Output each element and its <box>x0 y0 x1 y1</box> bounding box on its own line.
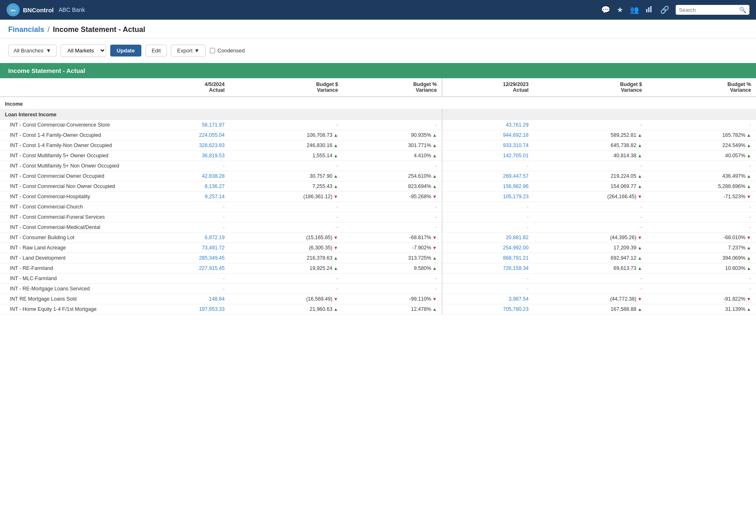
budget-var-1-cell: (16,569.49) ▼ <box>229 294 343 304</box>
up-arrow-icon: ▲ <box>432 307 437 312</box>
col-budget-var-1: Budget $ Variance <box>229 78 343 97</box>
condensed-label: Condensed <box>210 48 245 54</box>
row-label: INT - Const Multifamily 5+ Non Onwer Occ… <box>0 161 139 171</box>
actual-1-cell: 73,491.72 <box>139 243 229 253</box>
breadcrumb: Financials / Income Statement - Actual <box>8 25 748 34</box>
actual-1-cell: - <box>139 222 229 233</box>
budget-pct-2-cell: - <box>647 202 756 212</box>
actual-1-cell: 224,055.04 <box>139 130 229 140</box>
actual-2-cell: 3,987.54 <box>442 294 534 304</box>
budget-var-1-cell: - <box>229 202 343 212</box>
down-arrow-icon: ▼ <box>747 194 751 199</box>
up-arrow-icon: ▲ <box>638 307 642 312</box>
search-box: 🔍 <box>676 5 749 15</box>
budget-pct-1-cell: 9.580% ▲ <box>343 263 442 274</box>
row-label: INT - Const Commercial Non Owner Occupie… <box>0 181 139 192</box>
up-arrow-icon: ▲ <box>747 184 751 189</box>
svg-rect-4 <box>650 6 652 12</box>
actual-2-cell: - <box>442 161 534 171</box>
budget-var-2-cell: 219,224.05 ▲ <box>534 171 647 181</box>
down-arrow-icon: ▼ <box>334 235 338 240</box>
budget-var-1-cell: - <box>229 274 343 284</box>
row-label: INT - Consumer Building Lot <box>0 233 139 243</box>
down-arrow-icon: ▼ <box>432 297 437 301</box>
up-arrow-icon: ▲ <box>432 174 437 179</box>
users-icon[interactable]: 👥 <box>630 5 639 14</box>
actual-1-cell: 227,915.45 <box>139 263 229 274</box>
row-label: INT - Const Commercial-Funeral Services <box>0 212 139 222</box>
down-arrow-icon: ▼ <box>638 297 642 301</box>
row-label: INT - Const Commercial Owner Occupied <box>0 171 139 181</box>
condensed-checkbox[interactable] <box>210 48 215 53</box>
actual-1-cell: 9,257.14 <box>139 192 229 202</box>
budget-pct-1-cell: - <box>343 120 442 130</box>
budget-pct-2-cell: - <box>647 161 756 171</box>
branches-chevron-icon: ▼ <box>46 48 51 54</box>
table-row: INT - Const 1-4 Family-Non Owner Occupie… <box>0 140 756 151</box>
budget-var-1-cell: 21,960.63 ▲ <box>229 304 343 315</box>
col-budget-var-2: Budget $ Variance <box>534 78 647 97</box>
table-row: INT - Const Commercial-Hospitality 9,257… <box>0 192 756 202</box>
actual-2-cell: 105,179.23 <box>442 192 534 202</box>
row-label: INT - RE-Farmland <box>0 263 139 274</box>
budget-var-2-cell: 154,069.77 ▲ <box>534 181 647 192</box>
up-arrow-icon: ▲ <box>638 266 642 271</box>
star-icon[interactable]: ★ <box>617 5 623 14</box>
budget-pct-2-cell: -91.822% ▼ <box>647 294 756 304</box>
budget-pct-1-cell: 823.694% ▲ <box>343 181 442 192</box>
budget-pct-1-cell: 4.410% ▲ <box>343 151 442 161</box>
up-arrow-icon: ▲ <box>747 133 751 138</box>
edit-button[interactable]: Edit <box>145 45 167 57</box>
branches-dropdown[interactable]: All Branches ▼ <box>8 45 57 57</box>
search-icon: 🔍 <box>739 7 746 13</box>
actual-2-cell: 944,692.18 <box>442 130 534 140</box>
section-label: Income <box>0 97 756 109</box>
budget-pct-1-cell: -68.817% ▼ <box>343 233 442 243</box>
row-label: INT - Home Equity 1-4 F/1st Mortgage <box>0 304 139 315</box>
table-row: INT RE Mortgage Loans Sold 148.84 (16,56… <box>0 294 756 304</box>
table-section: Income Statement - Actual 4/5/2024 Actua… <box>0 63 756 323</box>
col-budget-pct-2: Budget % Variance <box>647 78 756 97</box>
markets-select[interactable]: All Markets <box>61 44 106 57</box>
link-icon[interactable]: 🔗 <box>660 5 669 14</box>
svg-rect-2 <box>646 9 647 12</box>
branches-label: All Branches <box>14 48 43 54</box>
budget-pct-2-cell: 10.603% ▲ <box>647 263 756 274</box>
up-arrow-icon: ▲ <box>432 133 437 138</box>
chart-icon[interactable] <box>645 5 654 15</box>
budget-var-2-cell: - <box>534 212 647 222</box>
down-arrow-icon: ▼ <box>432 194 437 199</box>
row-label: INT - Const Commercial-Convenience Store <box>0 120 139 130</box>
app-logo: BN <box>7 3 20 16</box>
actual-1-cell: - <box>139 202 229 212</box>
up-arrow-icon: ▲ <box>432 266 437 271</box>
chat-icon[interactable]: 💬 <box>601 5 610 14</box>
export-button[interactable]: Export ▼ <box>171 45 205 57</box>
search-input[interactable] <box>679 7 737 13</box>
budget-var-1-cell: (6,305.35) ▼ <box>229 243 343 253</box>
app-name: BNControl <box>23 7 54 14</box>
budget-var-2-cell: 40,814.38 ▲ <box>534 151 647 161</box>
table-row: INT - RE-Mortgage Loans Serviced - - - -… <box>0 284 756 294</box>
down-arrow-icon: ▼ <box>747 297 751 301</box>
budget-pct-1-cell: 12.478% ▲ <box>343 304 442 315</box>
budget-pct-2-cell: - <box>647 120 756 130</box>
budget-pct-1-cell: - <box>343 202 442 212</box>
row-label: INT - Land Development <box>0 253 139 263</box>
actual-1-cell: - <box>139 284 229 294</box>
update-button[interactable]: Update <box>110 45 141 57</box>
table-row: INT - Home Equity 1-4 F/1st Mortgage 197… <box>0 304 756 315</box>
table-row: INT - MLC-Farmland - - - - - - <box>0 274 756 284</box>
col-label <box>0 78 139 97</box>
col-actual-2: 12/29/2023 Actual <box>442 78 534 97</box>
row-label: INT - Const 1-4 Family-Owner Occupied <box>0 130 139 140</box>
breadcrumb-parent[interactable]: Financials <box>8 25 44 34</box>
budget-var-1-cell: 1,555.14 ▲ <box>229 151 343 161</box>
down-arrow-icon: ▼ <box>432 245 437 250</box>
up-arrow-icon: ▲ <box>334 256 338 260</box>
table-row: INT - Const Commercial-Medical/Dental - … <box>0 222 756 233</box>
budget-var-2-cell: (44,395.26) ▼ <box>534 233 647 243</box>
budget-pct-2-cell: 5,288.696% ▲ <box>647 181 756 192</box>
up-arrow-icon: ▲ <box>334 153 338 158</box>
table-title-bar: Income Statement - Actual <box>0 63 756 78</box>
